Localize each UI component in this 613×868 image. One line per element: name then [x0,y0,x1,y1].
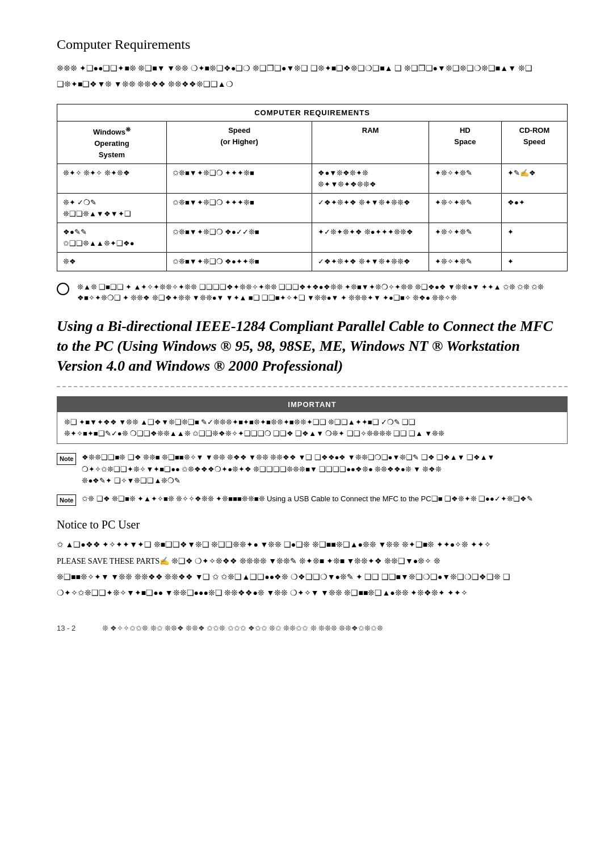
requirements-table: Windows❊OperatingSystem Speed(or Higher)… [57,121,567,270]
requirements-table-header: COMPUTER REQUIREMENTS [57,104,567,122]
footer-symbols: ❊ ❖✧✧✩✩❊ ❊✩ ❊❊❖ ❊❊❖ ✩✩❊ ✩✩✩ ❖✩✩ ❊✩ ❊❊✩✩ … [102,623,383,634]
requirements-table-wrapper: COMPUTER REQUIREMENTS Windows❊OperatingS… [57,104,568,271]
row4-speed: ✩❊■▼✦❊❑❍ ❖●✦✦❊■ [166,253,312,271]
col-header-hd: HDSpace [429,121,501,163]
note-circle-text: ❊▲❊ ❑■❑❑ ✦ ▲✦✧✦❊❊✧✦❊❊ ❑❑❑❑❖✦❊❊✧✦❊❊ ❑❑❑❖✦… [77,282,544,304]
row2-speed: ✩❊■▼✦❊❑❍ ✦✦✦❊■ [166,194,312,223]
note1-content: ❖❊❊❑❑■❊ ❑❖ ❊❊■ ❊❑■■❊✧▼ ▼❊❊ ❊❖❖ ▼❊❊ ❊❊❖❖ … [82,452,494,486]
section-divider [57,386,568,387]
row2-os: ❊✦ ✓❍✎ ❊❑❑❊▲▼❖▼✦❑ [57,194,166,223]
table-row: ❊✦ ✓❍✎ ❊❑❑❊▲▼❖▼✦❑ ✩❊■▼✦❊❑❍ ✦✦✦❊■ ✓❖✦❊✦❖ … [57,194,567,223]
note2-section: Note ✩❊ ❑❖ ❊❑■❊ ✦▲✦✧■❊ ❊✧✧❖❊❊ ✦❊■■■❊❊■❊ … [57,493,568,506]
row1-cdrom: ✦✎✍❖ [502,164,567,194]
row1-os: ❊✦✧ ❊✦✧ ❊✦❊❖ [57,164,166,194]
symbol-text-1: ❊❊❊ ✦❑●●❑❑✦■❊ ❊❑■▼ ▼❊❊ ❍✦■❊❑❖●❑❍ ❊❑❒❑●▼❊… [57,62,568,75]
row3-cdrom: ✦ [502,223,567,253]
notice-title: Notice to PC User [57,516,568,533]
footer: 13 - 2 ❊ ❖✧✧✩✩❊ ❊✩ ❊❊❖ ❊❊❖ ✩✩❊ ✩✩✩ ❖✩✩ ❊… [57,623,568,634]
row1-hd: ✦❊✧✦❊✎ [429,164,501,194]
footer-page-number: 13 - 2 [57,623,91,634]
note-circle-icon [57,283,69,295]
row4-cdrom: ✦ [502,253,567,271]
row2-ram: ✓❖✦❊✦❖ ❊✦▼❊✦❊❊❖ [312,194,429,223]
table-row: ❖●✎✎ ✩❑❑❊▲▲❊✦❑❖● ✩❊■▼✦❊❑❍ ❖●✓✓❊■ ✦✓❊✦❊✦❖… [57,223,567,253]
row2-hd: ✦❊✧✦❊✎ [429,194,501,223]
notice-text-2: PLEASE SAVE THESE PARTS✍ ❊❑❖ ❍✦✧❊❖❖ ❊❊❊❊… [57,555,568,568]
row4-ram: ✓❖✦❊✦❖ ❊✦▼❊✦❊❊❖ [312,253,429,271]
note1-section: Note ❖❊❊❑❑■❊ ❑❖ ❊❊■ ❊❑■■❊✧▼ ▼❊❊ ❊❖❖ ▼❊❊ … [57,452,568,486]
important-header: IMPORTANT [57,397,567,413]
col-header-os: Windows❊OperatingSystem [57,121,166,163]
page-title: Computer Requirements [57,34,568,54]
notice-text-3: ❊❑■■❊✧✦▼ ▼❊❊ ❊❊❖❖ ❊❊❖❖ ▼❑ ✩ ✩❊❑▲❑❑●●❖❊ ❍… [57,571,568,584]
notice-text-1: ✩ ▲❑●❖❖ ✦✧✦✦▼✦❑ ❊■❑❑❖▼❊❑ ❊❑❑❊❊✦● ▼❊❊ ❑●❑… [57,539,568,551]
note2-label: Note [57,494,76,506]
col-header-speed: Speed(or Higher) [166,121,312,163]
row1-speed: ✩❊■▼✦❊❑❍ ✦✦✦❊■ [166,164,312,194]
row4-os: ❊❖ [57,253,166,271]
important-body: ❊❑ ✦■▼✦❖❖ ▼❊❊ ▲❑❖▼❊❑❊❑■ ✎✓❊❊❊✦■✦■❊✦■❊❊✦■… [57,412,567,443]
important-box: IMPORTANT ❊❑ ✦■▼✦❖❖ ▼❊❊ ▲❑❖▼❊❑❊❑■ ✎✓❊❊❊✦… [57,396,568,445]
row2-cdrom: ❖●✦ [502,194,567,223]
symbol-text-2: ❑❊✦■❑❖▼❊ ▼❊❊ ❊❊❖❖ ❊❊❖❖❊❑❑▲❍ [57,78,568,91]
table-row: ❊✦✧ ❊✦✧ ❊✦❊❖ ✩❊■▼✦❊❑❍ ✦✦✦❊■ ❖●▼❊❖❊✦❊ ❊✦▼… [57,164,567,194]
row3-ram: ✦✓❊✦❊✦❖ ❊●✦✦✦❊❊❖ [312,223,429,253]
col-header-cdrom: CD-ROMSpeed [502,121,567,163]
table-row: ❊❖ ✩❊■▼✦❊❑❍ ❖●✦✦❊■ ✓❖✦❊✦❖ ❊✦▼❊✦❊❊❖ ✦❊✧✦❊… [57,253,567,271]
row3-hd: ✦❊✧✦❊✎ [429,223,501,253]
row1-ram: ❖●▼❊❖❊✦❊ ❊✦▼❊✦❖❊❊❖ [312,164,429,194]
row3-speed: ✩❊■▼✦❊❑❍ ❖●✓✓❊■ [166,223,312,253]
notice-text-4: ❍✦✧✩❊❑❑✦❊✧▼✦■❑●● ▼❊❊❑●●●❊❑ ❊❊❖❖●❊ ▼❊❊ ❍✦… [57,587,568,599]
note2-content: ✩❊ ❑❖ ❊❑■❊ ✦▲✦✧■❊ ❊✧✧❖❊❊ ✦❊■■■❊❊■❊ Using… [82,493,532,505]
note1-label: Note [57,453,76,465]
col-header-ram: RAM [312,121,429,163]
row3-os: ❖●✎✎ ✩❑❑❊▲▲❊✦❑❖● [57,223,166,253]
row4-hd: ✦❊✧✦❊✎ [429,253,501,271]
note-circle-section: ❊▲❊ ❑■❑❑ ✦ ▲✦✧✦❊❊✧✦❊❊ ❑❑❑❑❖✦❊❊✧✦❊❊ ❑❑❑❖✦… [57,282,568,304]
table-header-row: Windows❊OperatingSystem Speed(or Higher)… [57,121,567,163]
main-section-heading: Using a Bi-directional IEEE-1284 Complia… [57,316,568,376]
